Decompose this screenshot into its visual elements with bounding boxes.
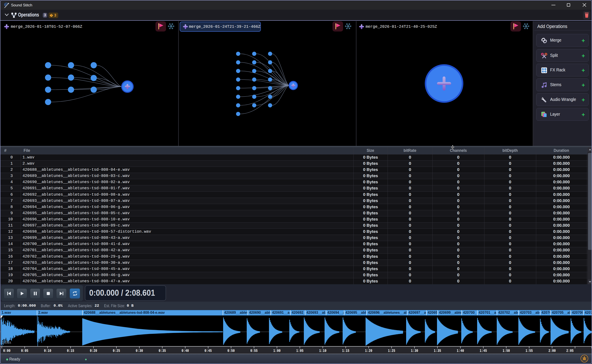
svg-text:?: ? <box>51 14 52 17</box>
